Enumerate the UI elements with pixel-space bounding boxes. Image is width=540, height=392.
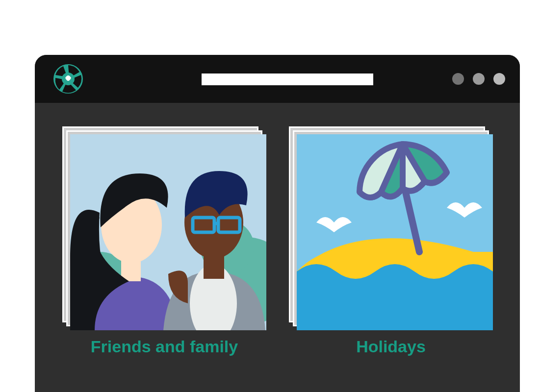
window-control-min-icon[interactable]: [452, 73, 464, 85]
window-controls: [452, 73, 505, 85]
album-stack: [62, 126, 266, 330]
album-label: Holidays: [356, 337, 426, 356]
window-control-max-icon[interactable]: [473, 73, 485, 85]
beach-illustration-icon: [297, 134, 493, 330]
album-holidays[interactable]: Holidays: [289, 126, 493, 356]
album-cover: [297, 134, 493, 330]
albums-grid: Friends and family: [35, 103, 520, 356]
album-friends-and-family[interactable]: Friends and family: [62, 126, 266, 356]
album-cover: [70, 134, 266, 330]
window-control-close-icon[interactable]: [493, 73, 505, 85]
album-label: Friends and family: [91, 337, 238, 356]
people-illustration-icon: [70, 134, 266, 330]
album-stack: [289, 126, 493, 330]
aperture-logo-icon: [52, 63, 84, 95]
title-bar: [35, 55, 520, 103]
search-input[interactable]: [202, 74, 373, 85]
app-window: Friends and family: [35, 55, 520, 392]
